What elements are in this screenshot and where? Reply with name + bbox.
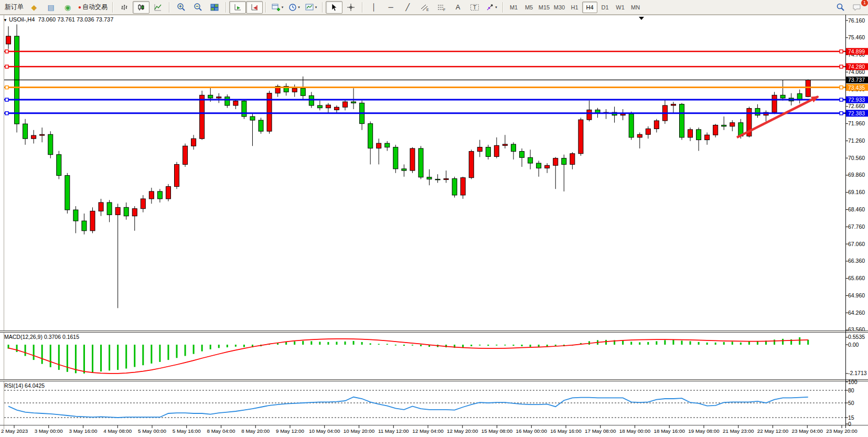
- chart-shift-button[interactable]: [246, 1, 263, 14]
- svg-text:50: 50: [848, 400, 854, 406]
- macd-panel-splitter[interactable]: [0, 331, 868, 332]
- market-watch-icon: ◆: [31, 4, 37, 11]
- autotrading-label: 自动交易: [82, 3, 108, 12]
- svg-text:71.260: 71.260: [848, 137, 865, 144]
- autotrading-button[interactable]: ● 自动交易: [76, 1, 110, 14]
- timeframe-button-M15[interactable]: M15: [537, 2, 552, 13]
- macd-indicator-label: MACD(12,26,9) 0.3706 0.1615: [4, 334, 79, 340]
- bar-chart-button[interactable]: [116, 1, 133, 14]
- svg-text:3 May 00:00: 3 May 00:00: [35, 428, 63, 434]
- zoom-in-button[interactable]: [173, 1, 189, 14]
- toolbar-group-right: 1: [831, 0, 866, 15]
- timeframe-button-M5[interactable]: M5: [521, 2, 537, 13]
- timeframe-button-H1[interactable]: H1: [567, 2, 582, 13]
- main-toolbar: 新订单 ◆ ▤ ◉ ● 自动交易: [0, 0, 868, 15]
- line-chart-icon: [154, 3, 162, 12]
- svg-text:72.933: 72.933: [848, 97, 865, 103]
- candlestick-chart-icon: [137, 3, 145, 12]
- fibonacci-button[interactable]: F: [433, 1, 449, 14]
- rsi-panel-splitter[interactable]: [0, 380, 868, 381]
- tile-windows-button[interactable]: [206, 1, 223, 14]
- svg-text:0.00: 0.00: [848, 342, 859, 348]
- svg-text:5 May 00:00: 5 May 00:00: [138, 428, 166, 434]
- timeframe-button-H4[interactable]: H4: [582, 2, 597, 13]
- timeframe-button-M30[interactable]: M30: [552, 2, 567, 13]
- svg-text:80: 80: [848, 387, 854, 393]
- timeframe-button-D1[interactable]: D1: [597, 2, 613, 13]
- svg-text:73.737: 73.737: [848, 77, 865, 83]
- arrows-tool-button[interactable]: ▾: [483, 1, 500, 14]
- chart-window[interactable]: 76.16075.46074.76074.06073.36072.66071.9…: [0, 15, 868, 437]
- new-order-label: 新订单: [5, 3, 24, 12]
- timeframe-button-M1[interactable]: M1: [506, 2, 521, 13]
- auto-scroll-icon: [233, 3, 242, 12]
- auto-scroll-button[interactable]: [229, 1, 246, 14]
- market-watch-button[interactable]: ◆: [26, 1, 42, 14]
- new-chart-button[interactable]: ▾: [269, 1, 286, 14]
- svg-text:69.160: 69.160: [848, 189, 865, 195]
- trendline-icon: ╱: [405, 4, 410, 10]
- navigator-button[interactable]: ◉: [59, 1, 76, 14]
- svg-text:72.383: 72.383: [848, 110, 865, 116]
- search-button[interactable]: [832, 1, 849, 14]
- svg-text:75.460: 75.460: [848, 34, 865, 40]
- svg-text:65.660: 65.660: [848, 275, 865, 281]
- line-chart-button[interactable]: [149, 1, 166, 14]
- bar-chart-icon: [120, 3, 128, 12]
- zoom-in-icon: [177, 3, 186, 12]
- notification-badge: 1: [861, 0, 868, 6]
- periods-button[interactable]: ▾: [286, 1, 303, 14]
- candlestick-chart-button[interactable]: [133, 1, 149, 14]
- text-icon: A: [456, 4, 460, 10]
- chart-ohlc-values: 73.060 73.761 73.036 73.737: [38, 16, 114, 23]
- vertical-line-button[interactable]: │: [366, 1, 382, 14]
- svg-text:74.899: 74.899: [848, 48, 865, 55]
- data-window-icon: ▤: [47, 4, 54, 11]
- trendline-button[interactable]: ╱: [399, 1, 416, 14]
- chart-symbol-period: USOil-,H4: [9, 16, 35, 23]
- tile-windows-icon: [210, 3, 219, 12]
- horizontal-line-button[interactable]: ─: [382, 1, 399, 14]
- chart-shift-icon: [250, 3, 259, 12]
- svg-text:16 May 16:00: 16 May 16:00: [550, 428, 582, 434]
- one-click-trading-caret-icon[interactable]: ▼: [3, 18, 7, 23]
- svg-text:9 May 12:00: 9 May 12:00: [276, 428, 304, 434]
- new-chart-icon: [272, 3, 281, 12]
- rsi-name: RSI(14): [4, 382, 23, 389]
- text-button[interactable]: A: [449, 1, 466, 14]
- templates-button[interactable]: ▾: [303, 1, 319, 14]
- templates-icon: [305, 3, 314, 12]
- dropdown-caret-icon: ▾: [315, 5, 317, 9]
- text-label-button[interactable]: T: [466, 1, 483, 14]
- dropdown-caret-icon: ▾: [282, 5, 284, 9]
- svg-text:-2.1713: -2.1713: [848, 370, 867, 376]
- search-icon: [836, 3, 845, 12]
- rsi-value: 64.0425: [25, 382, 45, 389]
- svg-text:74.280: 74.280: [848, 63, 865, 70]
- channel-icon: E: [420, 3, 429, 12]
- toolbar-separator: [362, 2, 363, 13]
- equidistant-channel-button[interactable]: E: [416, 1, 433, 14]
- svg-text:18 May 00:00: 18 May 00:00: [619, 428, 651, 434]
- timeframe-button-MN[interactable]: MN: [628, 2, 643, 13]
- zoom-out-button[interactable]: [189, 1, 206, 14]
- chat-bubble-icon: [852, 3, 862, 12]
- svg-text:67.060: 67.060: [848, 241, 865, 247]
- toolbar-separator: [502, 2, 503, 13]
- notifications-button[interactable]: 1: [849, 1, 865, 14]
- label-letter: T: [473, 4, 476, 10]
- chart-title: ▼USOil-,H4 73.060 73.761 73.036 73.737: [3, 16, 113, 23]
- fibonacci-icon: F: [437, 3, 446, 12]
- svg-text:64.260: 64.260: [848, 310, 865, 316]
- svg-text:18 May 16:00: 18 May 16:00: [654, 428, 685, 434]
- data-window-button[interactable]: ▤: [42, 1, 59, 14]
- timeframe-button-W1[interactable]: W1: [613, 2, 628, 13]
- crosshair-button[interactable]: [342, 1, 359, 14]
- new-order-button[interactable]: 新订单: [3, 1, 26, 14]
- svg-text:15: 15: [848, 414, 854, 421]
- svg-text:71.960: 71.960: [848, 120, 865, 126]
- svg-text:3 May 16:00: 3 May 16:00: [69, 428, 98, 434]
- cursor-button[interactable]: [326, 1, 342, 14]
- horizontal-line-icon: ─: [388, 4, 393, 10]
- svg-text:17 May 08:00: 17 May 08:00: [585, 428, 616, 434]
